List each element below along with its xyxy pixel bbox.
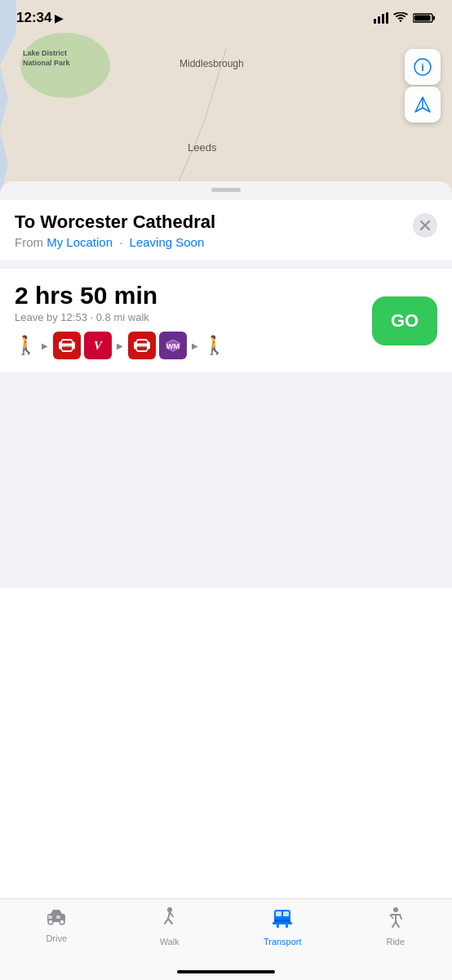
- close-button[interactable]: [413, 213, 437, 238]
- drive-icon: [45, 907, 68, 930]
- national-rail-icon-1: [53, 332, 81, 359]
- route-detail: Leave by 12:53 · 0.8 mi walk: [15, 311, 362, 323]
- route-transport-icons: 🚶 ▶ V: [15, 332, 362, 359]
- svg-rect-40: [414, 16, 431, 21]
- svg-rect-55: [48, 915, 52, 919]
- leaving-soon-link[interactable]: Leaving Soon: [130, 235, 205, 249]
- svg-text:National Park: National Park: [23, 59, 71, 67]
- svg-point-65: [393, 907, 398, 912]
- west-midlands-icon: WM: [159, 332, 187, 359]
- svg-rect-39: [433, 16, 436, 20]
- route-duration: 2 hrs 50 min: [15, 282, 362, 310]
- bottom-navigation: Drive Walk Transport: [0, 898, 452, 980]
- destination-subtitle: From My Location · Leaving Soon: [15, 235, 215, 249]
- transport-icon: [272, 907, 293, 933]
- svg-text:Leeds: Leeds: [188, 141, 217, 154]
- svg-rect-62: [273, 922, 292, 924]
- home-indicator: [177, 970, 275, 973]
- destination-info: To Worcester Cathedral From My Location …: [15, 212, 215, 249]
- transport-label: Transport: [264, 937, 302, 947]
- sheet-handle: [211, 188, 241, 192]
- svg-rect-64: [286, 924, 288, 928]
- route-details: 2 hrs 50 min Leave by 12:53 · 0.8 mi wal…: [15, 282, 362, 359]
- walk-end-icon: 🚶: [203, 335, 225, 356]
- go-button[interactable]: GO: [372, 296, 437, 345]
- svg-marker-52: [51, 910, 62, 914]
- nav-transport[interactable]: Transport: [226, 907, 339, 947]
- drive-label: Drive: [46, 933, 67, 943]
- svg-text:i: i: [421, 61, 424, 74]
- national-rail-icon-2: [128, 332, 156, 359]
- svg-point-54: [60, 920, 64, 924]
- signal-icon: [374, 12, 388, 24]
- route-card: 2 hrs 50 min Leave by 12:53 · 0.8 mi wal…: [0, 269, 452, 372]
- destination-section: To Worcester Cathedral From My Location …: [0, 200, 452, 261]
- svg-text:WM: WM: [166, 342, 179, 350]
- walk-start-icon: 🚶: [15, 335, 37, 356]
- separator-dot: ·: [119, 235, 122, 249]
- status-icons: [374, 12, 436, 24]
- virgin-trains-icon: V: [84, 332, 112, 359]
- time-display: 12:34: [16, 10, 51, 26]
- bottom-sheet: To Worcester Cathedral From My Location …: [0, 181, 452, 588]
- status-bar: 12:34 ▶: [0, 0, 452, 36]
- destination-title: To Worcester Cathedral: [15, 212, 215, 233]
- arrow-3: ▶: [192, 341, 198, 350]
- location-button[interactable]: [405, 87, 441, 122]
- svg-rect-36: [382, 14, 384, 24]
- walk-icon: [162, 907, 178, 933]
- ride-icon: [387, 907, 405, 933]
- svg-text:Middlesbrough: Middlesbrough: [179, 58, 244, 69]
- svg-rect-59: [276, 911, 281, 916]
- wifi-icon: [393, 12, 408, 24]
- nav-walk[interactable]: Walk: [113, 907, 227, 947]
- from-label: From: [15, 235, 43, 249]
- svg-text:Lake District: Lake District: [23, 49, 67, 57]
- leave-by: Leave by 12:53: [15, 311, 87, 323]
- arrow-2: ▶: [117, 341, 123, 350]
- info-button[interactable]: i: [405, 49, 441, 85]
- nav-ride[interactable]: Ride: [339, 907, 453, 947]
- map-button-group: i: [405, 49, 441, 122]
- ride-label: Ride: [386, 937, 405, 947]
- svg-rect-56: [56, 915, 60, 919]
- detail-separator: ·: [91, 311, 96, 323]
- location-icon: ▶: [55, 12, 63, 24]
- svg-rect-60: [283, 911, 289, 916]
- my-location-link[interactable]: My Location: [47, 235, 113, 249]
- battery-icon: [413, 12, 436, 24]
- svg-rect-37: [386, 12, 388, 24]
- svg-rect-35: [378, 16, 380, 24]
- walk-label: Walk: [160, 937, 179, 947]
- status-time: 12:34 ▶: [16, 10, 63, 26]
- svg-point-53: [48, 920, 53, 924]
- nav-drive[interactable]: Drive: [0, 907, 113, 943]
- svg-rect-34: [374, 19, 376, 24]
- walk-distance: 0.8 mi walk: [96, 311, 149, 323]
- svg-rect-63: [277, 924, 279, 928]
- map-area[interactable]: English Channel Liverpool Manchester She…: [0, 0, 452, 588]
- arrow-1: ▶: [42, 341, 48, 350]
